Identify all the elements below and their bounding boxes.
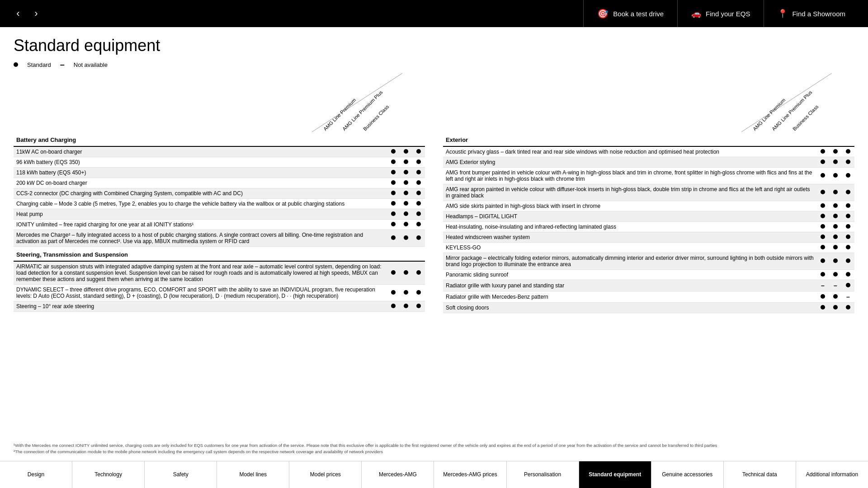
feature-dot-icon	[821, 190, 825, 194]
legend: Standard – Not available	[14, 61, 854, 69]
book-test-drive-button[interactable]: 🎯 Book a test drive	[583, 0, 677, 27]
feature-dot-icon	[846, 190, 850, 194]
top-navigation: ‹ › 🎯 Book a test drive 🚗 Find your EQS …	[0, 0, 868, 27]
feature-dot-icon	[821, 294, 825, 299]
feature-dot-icon	[416, 149, 421, 154]
find-your-eqs-button[interactable]: 🚗 Find your EQS	[677, 0, 764, 27]
exterior-section-header: Exterior	[443, 132, 854, 146]
feature-dot-icon	[404, 222, 408, 226]
feature-dot-icon	[821, 258, 825, 263]
feature-dot-icon	[846, 283, 850, 287]
svg-text:AMG Line Premium Plus: AMG Line Premium Plus	[341, 89, 384, 131]
feature-dot-icon	[833, 214, 838, 218]
feature-dot-icon	[821, 203, 825, 208]
feature-dot-icon	[416, 270, 421, 275]
feature-dot-icon	[846, 173, 850, 178]
bottom-nav-item-technical-data[interactable]: Technical data	[724, 461, 796, 488]
feature-dot-icon	[404, 149, 408, 154]
table-row: Mirror package – electrically folding ex…	[443, 253, 854, 270]
feature-dot-icon	[391, 290, 396, 295]
feature-dot-icon	[391, 180, 396, 185]
feature-dot-icon	[846, 235, 850, 239]
feature-dot-icon	[416, 304, 421, 308]
back-arrow[interactable]: ‹	[9, 0, 27, 27]
table-row: Heat-insulating, noise-insulating and in…	[443, 222, 854, 232]
bottom-nav-item-personalisation[interactable]: Personalisation	[507, 461, 579, 488]
bottom-nav-item-standard-equipment[interactable]: Standard equipment	[579, 461, 651, 488]
forward-arrow[interactable]: ›	[27, 0, 45, 27]
table-row: Heated windscreen washer system	[443, 232, 854, 243]
feature-dot-icon	[833, 258, 838, 263]
feature-dot-icon	[833, 235, 838, 239]
bottom-nav-item-mercedes-amg-prices[interactable]: Mercedes-AMG prices	[434, 461, 506, 488]
feature-dot-icon	[833, 305, 838, 310]
feature-dot-icon	[391, 191, 396, 195]
feature-dot-icon	[391, 201, 396, 206]
left-equipment-table: Battery and Charging11kW AC on-board cha…	[14, 132, 425, 312]
table-row: KEYLESS-GO	[443, 243, 854, 253]
right-column: AMG Line Premium AMG Line Premium Plus B…	[443, 73, 854, 440]
feature-dot-icon	[846, 305, 850, 310]
feature-dot-icon	[833, 245, 838, 249]
svg-text:AMG Line Premium Plus: AMG Line Premium Plus	[771, 89, 813, 131]
feature-dot-icon	[846, 160, 850, 164]
table-row: Soft closing doors	[443, 303, 854, 313]
section-header-row: Steering, Transmission and Suspension	[14, 247, 425, 262]
bottom-nav-item-mercedes-amg[interactable]: Mercedes-AMG	[362, 461, 434, 488]
table-row: Headlamps – DIGITAL LIGHT	[443, 211, 854, 222]
table-row: DYNAMIC SELECT – three different drive p…	[14, 285, 425, 301]
feature-dot-icon	[821, 173, 825, 178]
right-header-svg: AMG Line Premium AMG Line Premium Plus B…	[741, 73, 854, 132]
table-row: 118 kWh battery (EQS 450+)	[14, 168, 425, 178]
bottom-nav-item-safety[interactable]: Safety	[145, 461, 217, 488]
bottom-nav-item-additional-information[interactable]: Additional information	[796, 461, 868, 488]
feature-dot-icon	[833, 203, 838, 208]
feature-dot-icon	[821, 214, 825, 218]
svg-line-0	[312, 73, 402, 132]
table-row: 96 kWh battery (EQS 350)	[14, 157, 425, 168]
bottom-nav-item-model-prices[interactable]: Model prices	[289, 461, 362, 488]
feature-dot-icon	[416, 201, 421, 206]
feature-dot-icon	[404, 201, 408, 206]
table-row: Radiator grille with Mercedes-Benz patte…	[443, 291, 854, 303]
feature-dot-icon	[821, 160, 825, 164]
bottom-navigation: DesignTechnologySafetyModel linesModel p…	[0, 461, 868, 488]
find-showroom-button[interactable]: 📍 Find a Showroom	[764, 0, 859, 27]
svg-line-4	[741, 73, 832, 132]
feature-dot-icon	[846, 272, 850, 277]
feature-dot-icon	[846, 203, 850, 208]
feature-dot-icon	[416, 180, 421, 185]
feature-dot-icon	[404, 211, 408, 216]
feature-dot-icon	[821, 149, 825, 154]
bottom-nav-item-model-lines[interactable]: Model lines	[217, 461, 289, 488]
table-row: Mercedes me Charge² – fully integrated a…	[14, 230, 425, 247]
feature-dot-icon	[391, 149, 396, 154]
section-header-row: Battery and Charging	[14, 132, 425, 146]
legend-dot-icon	[14, 62, 18, 67]
bottom-nav-item-design[interactable]: Design	[0, 461, 72, 488]
feature-dot-icon	[416, 160, 421, 164]
feature-dot-icon	[833, 190, 838, 194]
feature-dot-icon	[833, 173, 838, 178]
feature-dot-icon	[833, 224, 838, 229]
feature-dot-icon	[821, 235, 825, 239]
feature-dot-icon	[391, 304, 396, 308]
bottom-nav-item-technology[interactable]: Technology	[72, 461, 145, 488]
feature-dash-icon: –	[834, 282, 837, 289]
car-icon: 🚗	[691, 9, 701, 19]
table-row: AMG front bumper painted in vehicle colo…	[443, 168, 854, 184]
table-row: Heat pump	[14, 209, 425, 220]
feature-dot-icon	[391, 270, 396, 275]
location-icon: 📍	[778, 9, 788, 19]
feature-dot-icon	[391, 235, 396, 240]
svg-text:AMG Line Premium: AMG Line Premium	[322, 97, 357, 131]
bottom-nav-item-genuine-accessories[interactable]: Genuine accessories	[651, 461, 724, 488]
feature-dot-icon	[846, 245, 850, 249]
table-row: Charging cable – Mode 3 cable (5 metres,…	[14, 199, 425, 209]
footnotes: ¹With the Mercedes me connect IONITY unl…	[14, 440, 854, 456]
table-row: 11kW AC on-board charger	[14, 146, 425, 157]
feature-dot-icon	[404, 290, 408, 295]
feature-dot-icon	[416, 235, 421, 240]
table-row: AMG rear apron painted in vehicle colour…	[443, 184, 854, 201]
feature-dot-icon	[833, 149, 838, 154]
